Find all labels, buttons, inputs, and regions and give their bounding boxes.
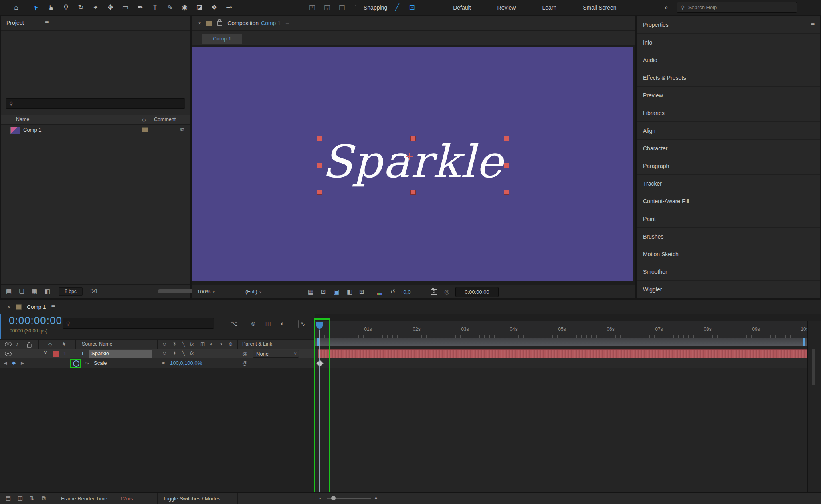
panel-tab-paint[interactable]: Paint (637, 210, 820, 228)
preview-timecode[interactable]: 0:00:00:00 (455, 287, 499, 297)
current-timecode[interactable]: 0:00:00:00 (9, 314, 62, 327)
zoom-tool-icon[interactable]: ⚲ (59, 0, 73, 15)
clone-stamp-tool-icon[interactable]: ◉ (177, 0, 192, 15)
toggle-switches-modes-button[interactable]: Toggle Switches / Modes (163, 496, 220, 502)
panel-tab-info[interactable]: Info (637, 34, 820, 51)
video-column-eye-icon[interactable] (5, 342, 12, 346)
column-name[interactable]: Name (16, 117, 29, 122)
resolution-dropdown[interactable]: (Full)˅ (245, 289, 262, 295)
constrain-link-icon[interactable]: ⚭ (161, 360, 166, 366)
channel-display-icon[interactable] (377, 290, 382, 296)
timeline-panel-menu-icon[interactable]: ≡ (51, 303, 55, 310)
selection-handle[interactable] (317, 136, 322, 141)
panel-tab-tracker[interactable]: Tracker (637, 175, 820, 192)
timeline-search-box[interactable]: ⚲ (63, 318, 214, 329)
workspace-tab-small-screen[interactable]: Small Screen (583, 4, 616, 11)
column-parent-link[interactable]: Parent & Link (242, 341, 272, 347)
layer-expand-chevron-icon[interactable]: ˅ (44, 350, 47, 356)
layer-eye-icon[interactable] (5, 352, 12, 356)
hide-shy-layers-icon[interactable]: ☺ (250, 320, 256, 327)
axis-mode-view-icon[interactable]: ◲ (334, 0, 349, 15)
composition-panel-menu-icon[interactable]: ≡ (285, 20, 289, 27)
selection-handle[interactable] (410, 136, 416, 141)
expand-transfer-controls-icon[interactable]: ◫ (18, 495, 23, 501)
workspace-tab-review[interactable]: Review (497, 4, 516, 11)
panel-tab-effects-presets[interactable]: Effects & Presets (637, 69, 820, 87)
work-area-end-handle[interactable] (803, 338, 805, 346)
selection-handle[interactable] (504, 190, 509, 195)
time-ruler[interactable]: 01s 02s 03s 04s 05s 06s 07s 08s 09s 10s (315, 321, 807, 338)
panel-tab-content-aware-fill[interactable]: Content-Aware Fill (637, 192, 820, 210)
layer-fx-switch-icon[interactable]: fx (190, 350, 194, 356)
frame-blend-switch-icon[interactable]: ◫ (200, 341, 205, 347)
shape-tool-icon[interactable]: ▭ (118, 0, 133, 15)
brush-tool-icon[interactable]: ✎ (162, 0, 177, 15)
camera-tool-icon[interactable]: ⌖ (88, 0, 103, 15)
pen-tool-icon[interactable]: ✒ (133, 0, 148, 15)
help-search-input[interactable] (688, 4, 794, 11)
workspace-tab-default[interactable]: Default (453, 4, 471, 11)
mini-flowchart-icon[interactable]: ⌥ (231, 320, 237, 327)
selection-handle[interactable] (317, 163, 322, 168)
scale-property-label[interactable]: Scale (94, 360, 107, 366)
fx-switch-icon[interactable]: fx (190, 341, 194, 347)
keyframe-nav-right-icon[interactable]: ▶ (21, 361, 24, 365)
quality-switch-icon[interactable]: ╲ (182, 341, 185, 347)
new-folder-icon[interactable]: ❏ (15, 288, 28, 295)
workspace-tab-learn[interactable]: Learn (542, 4, 556, 11)
rotate-tool-icon[interactable]: ↻ (73, 0, 88, 15)
layer-name[interactable]: Sparkle (89, 350, 152, 358)
lock-icon[interactable] (217, 21, 222, 26)
vertical-scrollbar[interactable] (812, 349, 815, 385)
region-of-interest-icon[interactable]: ⊡ (321, 288, 326, 296)
type-tool-icon[interactable]: T (148, 0, 162, 15)
layer-row-sparkle[interactable]: ˅ 1 T Sparkle ☺ ☀ ╲ fx @ None ˅ (0, 349, 315, 359)
layer-shy-switch-icon[interactable]: ☺ (162, 350, 167, 356)
panel-tab-smoother[interactable]: Smoother (637, 263, 820, 281)
panel-tab-brushes[interactable]: Brushes (637, 228, 820, 245)
close-icon[interactable]: × (198, 20, 201, 26)
snap-to-features-icon[interactable]: ⊡ (404, 0, 419, 15)
panel-tab-motion-sketch[interactable]: Motion Sketch (637, 245, 820, 263)
composition-tab-comp-name[interactable]: Comp 1 (261, 20, 281, 26)
audio-column-speaker-icon[interactable]: ♪ (16, 341, 18, 347)
viewer-tab-comp1[interactable]: Comp 1 (202, 34, 242, 44)
project-item-row[interactable]: Comp 1 ⧉ (1, 125, 190, 135)
selection-handle[interactable] (410, 190, 416, 195)
close-icon[interactable]: × (7, 304, 10, 310)
layer-color-swatch[interactable] (53, 351, 59, 357)
project-item-name[interactable]: Comp 1 (23, 127, 42, 133)
snapping-checkbox[interactable] (355, 5, 360, 10)
composition-tab-label[interactable]: Composition (227, 20, 259, 26)
motion-blur-icon[interactable]: ◐ (281, 320, 284, 327)
reset-exposure-icon[interactable]: ↺ (390, 288, 396, 296)
anchor-point-icon[interactable] (407, 154, 412, 159)
keyframe-nav-left-icon[interactable]: ◀ (4, 361, 7, 365)
zoom-out-mountain-icon[interactable]: ▴ (319, 496, 321, 500)
panel-tab-preview[interactable]: Preview (637, 87, 820, 104)
roto-brush-tool-icon[interactable]: ❖ (207, 0, 222, 15)
exposure-value[interactable]: +0,0 (400, 289, 411, 295)
lock-column-icon[interactable] (27, 344, 31, 348)
pan-behind-tool-icon[interactable]: ✥ (103, 0, 118, 15)
project-settings-icon[interactable]: ◧ (41, 288, 54, 295)
selection-handle[interactable] (504, 163, 509, 168)
label-column-tag-icon[interactable]: ◇ (48, 341, 52, 347)
zoom-in-mountain-icon[interactable]: ▲ (374, 495, 378, 500)
help-search-box[interactable]: ⚲ (677, 2, 797, 13)
mask-visibility-icon[interactable]: ▣ (334, 288, 339, 296)
column-hash[interactable]: # (63, 341, 65, 347)
axis-mode-local-icon[interactable]: ◰ (305, 0, 320, 15)
expand-in-out-icon[interactable]: ⇅ (30, 495, 34, 501)
guides-icon[interactable]: ◧ (347, 288, 352, 296)
property-pick-whip-icon[interactable]: @ (242, 360, 247, 366)
panel-tab-libraries[interactable]: Libraries (637, 104, 820, 122)
panel-tab-align[interactable]: Align (637, 122, 820, 140)
composition-canvas[interactable]: Sparkle (192, 47, 633, 281)
scale-property-row[interactable]: ◀ ◆ ▶ ∿ Scale ⚭ 100,0,100,0% @ (0, 358, 315, 368)
timeline-search-input[interactable] (70, 320, 210, 327)
graph-editor-icon[interactable]: ∿ (298, 320, 307, 328)
parent-pick-whip-icon[interactable]: @ (242, 350, 247, 356)
panel-tab-properties[interactable]: Properties ≡ (637, 16, 820, 34)
layer-duration-bar[interactable] (318, 349, 807, 358)
